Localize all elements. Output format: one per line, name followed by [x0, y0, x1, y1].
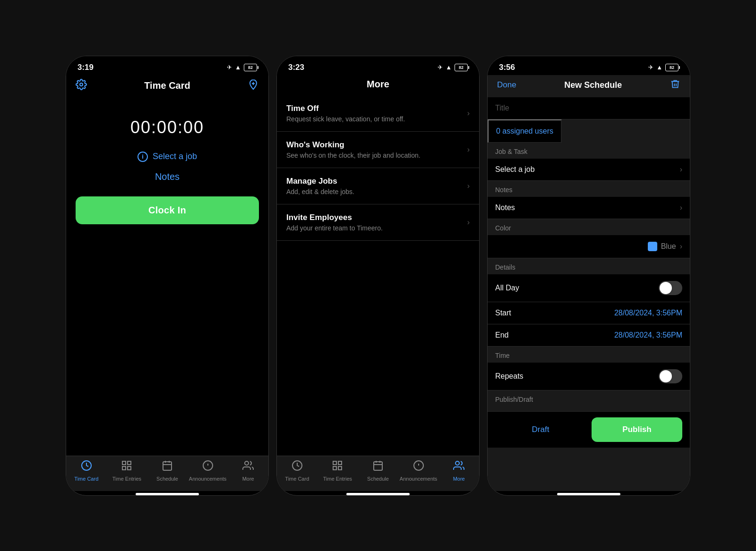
nav-bar-1: Time Card	[66, 75, 268, 99]
done-button[interactable]: Done	[497, 80, 516, 90]
details-section-header: Details	[488, 258, 690, 274]
screen1-main: 00:00:00 i Select a job Notes Clock In	[66, 99, 268, 456]
clock-in-button[interactable]: Clock In	[76, 196, 259, 224]
announcement-icon-2	[413, 460, 424, 474]
color-row[interactable]: Blue ›	[488, 235, 690, 258]
end-label: End	[495, 331, 508, 339]
end-row[interactable]: End 28/08/2024, 3:56PM	[488, 324, 690, 347]
add-location-button[interactable]	[248, 79, 259, 93]
menu-desc-whos-working: See who's on the clock, their job and lo…	[286, 152, 467, 159]
notes-row[interactable]: Notes ›	[488, 197, 690, 219]
notes-label-3: Notes	[495, 203, 515, 212]
battery-icon-1: 82	[244, 64, 257, 71]
draft-button[interactable]: Draft	[495, 417, 586, 442]
publish-button[interactable]: Publish	[592, 417, 682, 442]
status-time-3: 3:56	[499, 63, 515, 72]
tab-label-announcements-1: Announcements	[189, 476, 227, 482]
tab-schedule-2[interactable]: Schedule	[358, 460, 398, 482]
battery-icon-2: 82	[455, 64, 468, 71]
menu-item-whos-working[interactable]: Who's Working See who's on the clock, th…	[277, 132, 479, 168]
menu-item-invite[interactable]: Invite Employees Add your entire team to…	[277, 204, 479, 241]
publish-draft-section-label: Publish/Draft	[495, 396, 533, 403]
tab-label-entries-1: Time Entries	[112, 476, 141, 482]
svg-point-0	[80, 83, 83, 86]
repeats-row[interactable]: Repeats	[488, 363, 690, 390]
home-indicator-2	[346, 493, 410, 495]
svg-rect-21	[374, 462, 382, 470]
status-icons-2: ✈ ▲ 82	[438, 64, 468, 71]
start-row[interactable]: Start 28/08/2024, 3:56PM	[488, 302, 690, 324]
svg-rect-4	[122, 461, 126, 465]
start-label: Start	[495, 309, 511, 317]
status-bar-2: 3:23 ✈ ▲ 82	[277, 56, 479, 75]
chevron-icon-timeoff: ›	[467, 109, 470, 118]
tab-label-schedule-1: Schedule	[156, 476, 178, 482]
tab-bar-1: Time Card Time Entries	[66, 456, 268, 491]
status-time-2: 3:23	[288, 63, 304, 72]
tab-label-more-1: More	[242, 476, 254, 482]
time-section-header: Time	[488, 347, 690, 363]
title-input[interactable]	[495, 104, 682, 112]
menu-title-invite: Invite Employees	[286, 213, 467, 222]
battery-icon-3: 82	[665, 64, 679, 71]
tab-timeentries-1[interactable]: Time Entries	[107, 460, 147, 482]
color-swatch-blue	[648, 242, 657, 251]
airplane-icon-3: ✈	[648, 64, 653, 71]
entries-icon-2	[332, 460, 343, 474]
tab-announcements-2[interactable]: Announcements	[398, 460, 439, 482]
end-value: 28/08/2024, 3:56PM	[614, 331, 682, 339]
title-field[interactable]	[488, 97, 690, 119]
delete-button[interactable]	[670, 79, 680, 92]
screen2-main: Time Off Request sick leave, vacation, o…	[277, 95, 479, 456]
schedule-icon	[162, 460, 173, 474]
more-icon-2	[453, 460, 464, 474]
chevron-icon-invite: ›	[467, 218, 470, 227]
menu-item-timeoff[interactable]: Time Off Request sick leave, vacation, o…	[277, 95, 479, 132]
status-time-1: 3:19	[77, 63, 94, 72]
notes-button[interactable]: Notes	[155, 171, 180, 182]
menu-desc-timeoff: Request sick leave, vacation, or time of…	[286, 115, 467, 123]
clock-icon	[81, 460, 92, 474]
assigned-users-button[interactable]: 0 assigned users	[488, 119, 562, 143]
all-day-row[interactable]: All Day	[488, 274, 690, 302]
select-job-row[interactable]: i Select a job	[76, 152, 259, 162]
settings-button[interactable]	[76, 79, 87, 93]
screen1-timecard: 3:19 ✈ ▲ 82 Time Card	[66, 56, 269, 496]
tab-timecard-2[interactable]: Time Card	[277, 460, 318, 482]
menu-title-timeoff: Time Off	[286, 104, 467, 113]
tab-label-timecard-2: Time Card	[285, 476, 309, 482]
chevron-icon-notes: ›	[680, 203, 682, 212]
menu-item-manage-jobs[interactable]: Manage Jobs Add, edit & delete jobs. ›	[277, 168, 479, 204]
tab-timeentries-2[interactable]: Time Entries	[318, 460, 358, 482]
tab-more-2[interactable]: More	[438, 460, 479, 482]
select-job-row-3[interactable]: Select a job ›	[488, 159, 690, 181]
details-section-label: Details	[495, 263, 515, 271]
all-day-toggle[interactable]	[659, 281, 682, 295]
notes-section-header: Notes	[488, 181, 690, 197]
menu-desc-invite: Add your entire team to Timeero.	[286, 224, 467, 232]
wifi-icon-3: ▲	[656, 64, 662, 71]
tab-timecard-1[interactable]: Time Card	[66, 460, 107, 482]
status-icons-3: ✈ ▲ 82	[648, 64, 679, 71]
airplane-icon: ✈	[227, 64, 232, 71]
color-section-header: Color	[488, 219, 690, 235]
repeats-toggle[interactable]	[659, 369, 682, 383]
publish-draft-section-header: Publish/Draft	[488, 390, 690, 407]
tab-announcements-1[interactable]: Announcements	[188, 460, 228, 482]
chevron-icon-whos-working: ›	[467, 145, 470, 154]
svg-point-28	[455, 461, 459, 465]
job-task-label: Job & Task	[495, 148, 527, 155]
svg-rect-18	[338, 461, 342, 465]
schedule-icon-2	[372, 460, 384, 474]
chevron-icon-manage-jobs: ›	[467, 182, 470, 190]
tab-label-announcements-2: Announcements	[400, 476, 438, 482]
tab-schedule-1[interactable]: Schedule	[147, 460, 188, 482]
nav-bar-3: Done New Schedule	[488, 75, 690, 97]
start-value: 28/08/2024, 3:56PM	[614, 309, 682, 317]
svg-rect-7	[128, 466, 131, 470]
repeats-label: Repeats	[495, 372, 524, 381]
airplane-icon-2: ✈	[438, 64, 443, 71]
nav-title-2: More	[367, 79, 389, 89]
publish-draft-row: Draft Publish	[488, 411, 690, 448]
tab-more-1[interactable]: More	[228, 460, 268, 482]
